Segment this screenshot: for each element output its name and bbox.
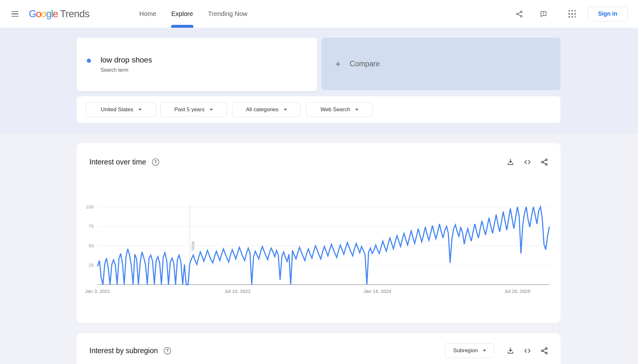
tab-explore[interactable]: Explore [171, 0, 193, 28]
svg-text:Jan 3, 2021: Jan 3, 2021 [85, 288, 110, 294]
svg-text:Jul 20, 2025: Jul 20, 2025 [504, 288, 530, 294]
compare-add-card[interactable]: + Compare [321, 38, 560, 90]
tab-trending-now[interactable]: Trending Now [208, 0, 248, 28]
compare-label: Compare [350, 60, 380, 68]
interest-by-subregion-title: Interest by subregion [89, 346, 158, 355]
plus-icon: + [335, 59, 341, 69]
svg-text:Jul 10, 2022: Jul 10, 2022 [225, 288, 251, 294]
share-icon[interactable] [515, 10, 523, 18]
top-nav: Google Trends Home Explore Trending Now [0, 0, 638, 28]
sign-in-button[interactable]: Sign in [588, 7, 628, 21]
trends-logo-text: Trends [60, 8, 89, 20]
help-icon[interactable]: ? [164, 347, 171, 354]
share-icon[interactable] [540, 347, 548, 355]
google-trends-page: Google Trends Home Explore Trending Now [0, 0, 638, 364]
menu-icon[interactable] [11, 11, 19, 17]
svg-text:25: 25 [88, 262, 94, 268]
svg-text:Jan 14, 2024: Jan 14, 2024 [364, 288, 391, 294]
filter-geo-dropdown[interactable]: United States [86, 102, 156, 117]
chevron-down-icon [210, 109, 213, 111]
tab-home[interactable]: Home [139, 0, 156, 28]
chevron-down-icon [284, 109, 287, 111]
search-term-type: Search term [101, 67, 152, 73]
chevron-down-icon [355, 109, 358, 111]
filters-bar: United States Past 5 years All categorie… [77, 96, 560, 123]
interest-over-time-card: Interest over time ? [77, 143, 560, 323]
svg-text:50: 50 [88, 243, 94, 248]
main-nav-tabs: Home Explore Trending Now [139, 0, 262, 28]
chevron-down-icon [483, 350, 486, 352]
filter-search-type-dropdown[interactable]: Web Search [306, 102, 373, 117]
google-trends-logo[interactable]: Google Trends [29, 8, 89, 20]
svg-text:75: 75 [88, 223, 94, 229]
filter-time-dropdown[interactable]: Past 5 years [160, 102, 227, 117]
filter-search-type-label: Web Search [320, 106, 350, 113]
header-actions: Sign in [515, 7, 628, 21]
embed-icon[interactable] [523, 347, 531, 355]
filter-time-label: Past 5 years [174, 106, 205, 113]
apps-grid-icon[interactable] [568, 10, 576, 18]
svg-text:Note: Note [190, 241, 195, 251]
subregion-dropdown-label: Subregion [453, 347, 478, 354]
google-logo-text: Google [29, 8, 58, 20]
filter-geo-label: United States [101, 106, 133, 113]
interest-over-time-chart[interactable]: 100755025NoteJan 3, 2021Jul 10, 2022Jan … [77, 143, 560, 323]
search-term-card[interactable]: low drop shoes Search term [77, 38, 317, 91]
svg-text:100: 100 [86, 204, 94, 209]
chevron-down-icon [139, 109, 142, 111]
interest-by-subregion-card: Interest by subregion ? Subregion [77, 333, 560, 364]
subregion-actions: Subregion [445, 343, 548, 358]
feedback-icon[interactable] [540, 10, 547, 18]
filter-category-label: All categories [246, 106, 278, 113]
search-term-title: low drop shoes [101, 55, 152, 65]
series-color-dot [87, 59, 91, 63]
download-icon[interactable] [507, 347, 514, 355]
filter-category-dropdown[interactable]: All categories [232, 102, 301, 117]
subregion-dropdown[interactable]: Subregion [445, 343, 494, 358]
